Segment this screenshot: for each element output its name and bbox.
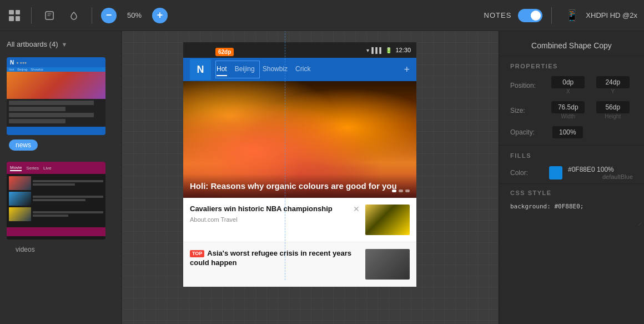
position-y-input[interactable]: 24dp bbox=[596, 76, 630, 88]
opacity-row: Opacity: 100% bbox=[499, 123, 644, 142]
artboards-dropdown-icon[interactable]: ▼ bbox=[61, 41, 67, 48]
zoom-minus-button[interactable]: − bbox=[101, 8, 117, 23]
canvas[interactable]: ▾ ▌▌▌ 🔋 12:30 N Hot Beijing Showbiz Cr bbox=[122, 31, 499, 324]
color-drop-icon[interactable] bbox=[65, 7, 83, 24]
nav-add-icon[interactable]: + bbox=[404, 64, 410, 76]
news-item-1-title: Cavaliers win historic NBA championship bbox=[190, 205, 348, 214]
toolbar: − 50% + NOTES 📱 XHDPI HD @2x bbox=[0, 0, 644, 31]
hero-overlay: Holi: Reasons why organic colours are go… bbox=[183, 174, 416, 198]
artboard-thumbnail-videos: Movie Series Live bbox=[7, 162, 105, 240]
size-width-group: 76.5dp Width bbox=[548, 101, 588, 119]
css-style-header: CSS STYLE bbox=[510, 190, 633, 201]
size-height-input[interactable]: 56dp bbox=[596, 101, 630, 113]
color-default-label: defaultBlue bbox=[568, 173, 633, 180]
toolbar-separator-1 bbox=[31, 7, 32, 24]
nav-logo: N bbox=[190, 59, 211, 80]
toolbar-separator-2 bbox=[92, 7, 92, 24]
notes-toggle[interactable] bbox=[518, 9, 542, 22]
size-width-input[interactable]: 76.5dp bbox=[551, 101, 585, 113]
color-label: Color: bbox=[510, 169, 544, 177]
position-y-group: 24dp Y bbox=[593, 76, 633, 94]
position-y-sub: Y bbox=[611, 88, 615, 94]
zoom-level-label: 50% bbox=[123, 11, 145, 19]
edit-icon[interactable] bbox=[41, 7, 58, 24]
position-x-input[interactable]: 0dp bbox=[551, 76, 585, 88]
artboard-label-videos: videos bbox=[9, 244, 42, 255]
color-hex-value: #0F88E0 100% bbox=[568, 166, 633, 173]
artboard-label-news: news bbox=[9, 139, 38, 151]
phone-hero: Holi: Reasons why organic colours are go… bbox=[183, 81, 416, 198]
sidebar: All artboards (4) ▼ N ● ●●● Hot Beijing … bbox=[0, 31, 122, 324]
phone-icon: 📱 bbox=[565, 9, 579, 22]
news-item-2-title: TOPAsia's worst refugee crisis in recent… bbox=[190, 249, 360, 268]
main-area: All artboards (4) ▼ N ● ●●● Hot Beijing … bbox=[0, 31, 644, 324]
properties-header: PROPERTIES bbox=[499, 56, 644, 73]
size-height-group: 56dp Height bbox=[593, 101, 633, 119]
nav-tabs: Hot Beijing Showbiz Crick bbox=[217, 63, 398, 76]
news-item-2-content: TOPAsia's worst refugee crisis in recent… bbox=[190, 249, 360, 270]
fills-header: FILLS bbox=[499, 146, 644, 162]
size-height-sub: Height bbox=[605, 113, 621, 119]
notes-label: NOTES bbox=[484, 11, 512, 19]
phone-status-bar: ▾ ▌▌▌ 🔋 12:30 bbox=[183, 42, 416, 58]
panel-title: Combined Shape Copy bbox=[499, 31, 644, 56]
status-time: 12:30 bbox=[395, 47, 411, 53]
position-label: Position: bbox=[510, 82, 544, 89]
phone-mockup: ▾ ▌▌▌ 🔋 12:30 N Hot Beijing Showbiz Cr bbox=[183, 42, 416, 287]
size-row: Size: 76.5dp Width 56dp Height bbox=[499, 98, 644, 123]
position-x-sub: X bbox=[566, 88, 570, 94]
toolbar-separator-3 bbox=[551, 7, 552, 24]
size-label: Size: bbox=[510, 107, 544, 114]
news-item-1-source: About.com Travel bbox=[190, 216, 348, 223]
news-item-1[interactable]: Cavaliers win historic NBA championship … bbox=[183, 198, 416, 242]
opacity-label: Opacity: bbox=[510, 128, 544, 136]
color-swatch[interactable] bbox=[549, 166, 562, 180]
news-item-2[interactable]: TOPAsia's worst refugee crisis in recent… bbox=[183, 242, 416, 287]
right-panel: Combined Shape Copy PROPERTIES Position:… bbox=[499, 31, 644, 324]
opacity-input[interactable]: 100% bbox=[552, 126, 583, 138]
position-row: Position: 0dp X 24dp Y bbox=[499, 73, 644, 98]
all-artboards-label: All artboards (4) bbox=[7, 40, 58, 48]
zoom-plus-button[interactable]: + bbox=[152, 8, 168, 23]
device-label: XHDPI HD @2x bbox=[586, 11, 637, 19]
news-item-1-thumb bbox=[365, 205, 410, 235]
nav-tab-beijing[interactable]: Beijing bbox=[235, 63, 255, 76]
artboard-card-news[interactable]: N ● ●●● Hot Beijing Showbiz bbox=[7, 57, 115, 151]
css-style-code: background: #0F88E0; bbox=[510, 203, 583, 210]
phone-nav-bar: N Hot Beijing Showbiz Crick + bbox=[183, 58, 416, 81]
css-style-section: CSS STYLE background: #0F88E0; bbox=[499, 183, 644, 216]
top-badge: TOP bbox=[190, 250, 204, 258]
artboard-card-videos[interactable]: Movie Series Live bbox=[7, 162, 115, 255]
resize-handle-area: ⟋ bbox=[499, 216, 644, 227]
news-item-2-thumb bbox=[365, 249, 410, 280]
news-item-1-close-icon[interactable]: ✕ bbox=[353, 205, 360, 213]
status-icons: ▾ ▌▌▌ 🔋 bbox=[366, 47, 392, 53]
position-x-group: 0dp X bbox=[548, 76, 588, 94]
hero-dots bbox=[392, 190, 410, 192]
nav-tab-hot[interactable]: Hot bbox=[217, 63, 227, 76]
artboard-thumbnail-news: N ● ●●● Hot Beijing Showbiz bbox=[7, 57, 105, 135]
news-item-1-content: Cavaliers win historic NBA championship … bbox=[190, 205, 348, 223]
resize-handle-icon[interactable]: ⟋ bbox=[637, 221, 644, 227]
sidebar-header[interactable]: All artboards (4) ▼ bbox=[7, 40, 115, 48]
fills-color-row: Color: #0F88E0 100% defaultBlue bbox=[499, 162, 644, 183]
nav-tab-crick[interactable]: Crick bbox=[295, 63, 310, 76]
hero-title: Holi: Reasons why organic colours are go… bbox=[190, 181, 410, 192]
size-width-sub: Width bbox=[561, 113, 575, 119]
grid-icon[interactable] bbox=[7, 8, 22, 23]
nav-tab-showbiz[interactable]: Showbiz bbox=[263, 63, 288, 76]
